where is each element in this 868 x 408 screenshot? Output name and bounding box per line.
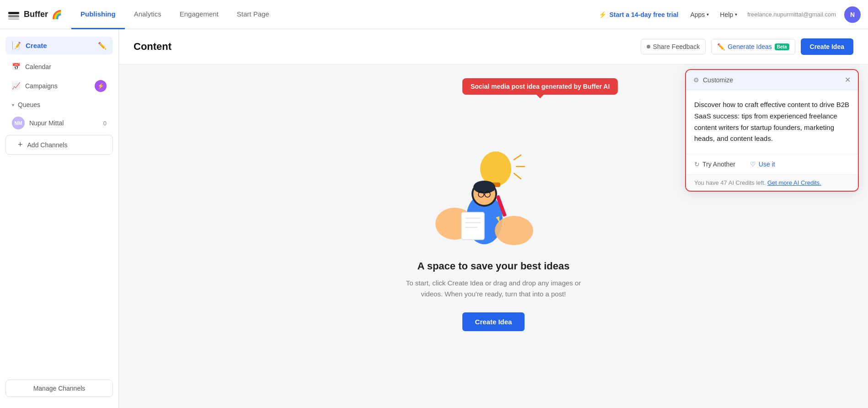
svg-rect-1 <box>8 15 19 17</box>
help-button[interactable]: Help ▾ <box>714 7 743 22</box>
manage-channels-button[interactable]: Manage Channels <box>5 380 113 397</box>
campaigns-icon: 📈 <box>12 82 21 90</box>
try-another-button[interactable]: ↻ Try Another <box>694 161 735 168</box>
queues-label: Queues <box>18 101 40 108</box>
apps-chevron-icon: ▾ <box>707 12 709 17</box>
user-email: freelance.nupurmittal@gmail.com <box>743 11 841 18</box>
main-content: Content Share Feedback ✏️ Generate Ideas… <box>119 29 868 408</box>
nav-tabs: Publishing Analytics Engagement Start Pa… <box>71 0 279 29</box>
bolt-icon: ⚡ <box>599 11 606 18</box>
sidebar-channel-nupur[interactable]: NM Nupur Mittal 0 <box>0 113 118 133</box>
svg-line-6 <box>514 155 521 160</box>
calendar-label: Calendar <box>25 63 107 70</box>
empty-title: A space to save your best ideas <box>418 260 570 272</box>
create-icon: 📝 <box>12 41 21 50</box>
ai-card: ⚙ Customize ✕ Discover how to craft effe… <box>685 69 859 192</box>
ai-card-text: Discover how to craft effective content … <box>694 99 850 145</box>
create-idea-center-button[interactable]: Create Idea <box>462 312 525 331</box>
create-idea-header-button[interactable]: Create Idea <box>801 38 853 55</box>
ai-card-actions: ↻ Try Another ♡ Use it <box>686 154 858 174</box>
tab-startpage[interactable]: Start Page <box>228 0 279 29</box>
sidebar-item-calendar[interactable]: 📅 Calendar <box>0 58 118 75</box>
create-label: Create <box>26 42 47 49</box>
svg-line-8 <box>514 173 521 179</box>
trial-button[interactable]: ⚡ Start a 14-day free trial <box>592 7 685 22</box>
ai-card-header-left: ⚙ Customize <box>693 76 733 84</box>
use-it-button[interactable]: ♡ Use it <box>750 161 775 168</box>
channel-count: 0 <box>103 120 107 127</box>
layout: 📝 Create ✏️ 📅 Calendar 📈 Campaigns ⚡ ▾ Q… <box>0 29 868 408</box>
gear-icon: ⚙ <box>693 76 699 84</box>
content-body: Social media post idea generated by Buff… <box>119 64 868 408</box>
tab-analytics[interactable]: Analytics <box>125 0 171 29</box>
empty-desc: To start, click Create Idea or drag and … <box>397 278 589 300</box>
refresh-icon: ↻ <box>694 161 700 168</box>
tab-engagement[interactable]: Engagement <box>171 0 228 29</box>
illustration <box>425 141 562 251</box>
avatar[interactable]: N <box>844 6 861 23</box>
sidebar-item-campaigns[interactable]: 📈 Campaigns ⚡ <box>0 75 118 97</box>
channel-avatar: NM <box>12 117 25 129</box>
create-button[interactable]: 📝 Create ✏️ <box>5 37 113 54</box>
hero-illustration <box>425 141 562 251</box>
campaigns-label: Campaigns <box>25 82 90 90</box>
ai-card-header: ⚙ Customize ✕ <box>686 70 858 90</box>
help-chevron-icon: ▾ <box>735 12 737 17</box>
apps-button[interactable]: Apps ▾ <box>685 7 714 22</box>
add-channels-label: Add Channels <box>27 141 68 149</box>
content-header: Content Share Feedback ✏️ Generate Ideas… <box>119 29 868 64</box>
close-icon[interactable]: ✕ <box>845 75 851 84</box>
logo-area[interactable]: Buffer 🌈 <box>7 8 71 21</box>
queues-chevron-icon: ▾ <box>12 102 14 107</box>
get-more-credits-link[interactable]: Get more AI Credits. <box>767 179 821 186</box>
svg-rect-2 <box>8 18 19 20</box>
header-actions: Share Feedback ✏️ Generate Ideas Beta Cr… <box>641 38 853 55</box>
svg-point-11 <box>495 216 533 245</box>
beta-badge: Beta <box>775 43 789 50</box>
add-plus-icon: + <box>18 140 23 150</box>
svg-rect-0 <box>8 12 19 14</box>
ai-card-footer: You have 47 AI Credits left. Get more AI… <box>686 174 858 191</box>
add-channels-button[interactable]: + Add Channels <box>5 135 113 155</box>
logo-rainbow: 🌈 <box>52 10 62 20</box>
svg-point-15 <box>491 188 494 191</box>
calendar-icon: 📅 <box>12 63 21 71</box>
svg-point-14 <box>473 181 495 193</box>
share-feedback-button[interactable]: Share Feedback <box>641 39 706 54</box>
tab-publishing[interactable]: Publishing <box>71 0 125 29</box>
buffer-logo-icon <box>7 8 20 21</box>
campaigns-badge: ⚡ <box>95 80 107 92</box>
page-title: Content <box>134 41 171 53</box>
heart-icon: ♡ <box>750 161 756 168</box>
channel-name: Nupur Mittal <box>29 119 64 127</box>
ai-card-body: Discover how to craft effective content … <box>686 90 858 154</box>
logo-text: Buffer <box>24 10 48 19</box>
wand-icon: ✏️ <box>717 43 725 50</box>
customize-label: Customize <box>703 76 733 84</box>
feedback-dot-icon <box>647 45 650 48</box>
sidebar-queues[interactable]: ▾ Queues <box>0 97 118 113</box>
svg-rect-21 <box>461 212 484 240</box>
sidebar: 📝 Create ✏️ 📅 Calendar 📈 Campaigns ⚡ ▾ Q… <box>0 29 119 408</box>
sidebar-bottom: Manage Channels <box>0 374 118 403</box>
ai-tooltip: Social media post idea generated by Buff… <box>462 78 618 95</box>
topnav: Buffer 🌈 Publishing Analytics Engagement… <box>0 0 868 29</box>
generate-ideas-button[interactable]: ✏️ Generate Ideas Beta <box>711 39 795 54</box>
pencil-icon: ✏️ <box>98 42 107 50</box>
